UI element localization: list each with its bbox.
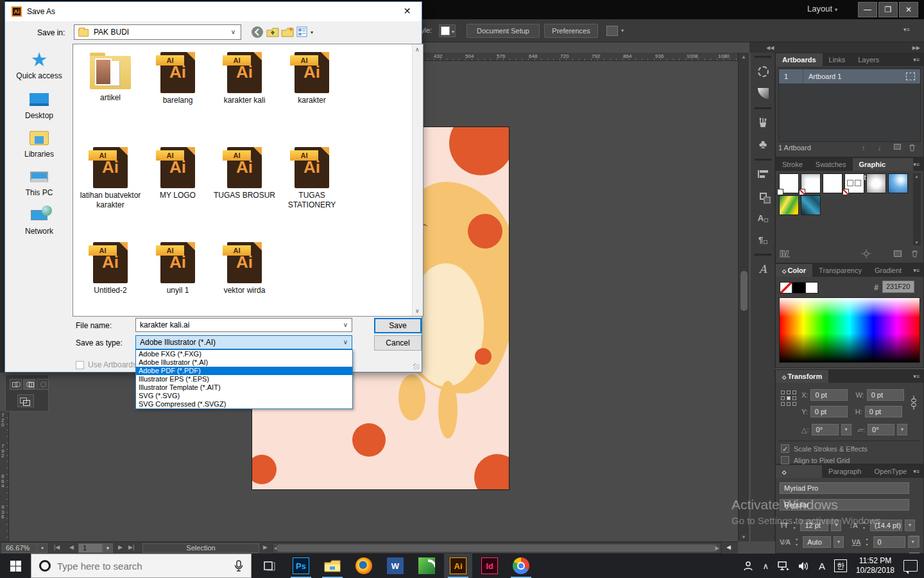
graphic-style-blur[interactable]	[866, 173, 886, 193]
new-style-icon[interactable]	[894, 250, 902, 257]
dock-grip[interactable]	[755, 254, 771, 256]
status-mode-field[interactable]: Selection	[142, 543, 259, 553]
graphic-style-teal-pattern[interactable]	[801, 195, 821, 215]
dialog-titlebar[interactable]: Ai Save As ✕	[5, 2, 422, 21]
file-name-combobox[interactable]: karakter kali.ai∨	[135, 318, 352, 332]
align-panel-icon[interactable]	[751, 163, 775, 185]
gradient-panel-icon[interactable]	[751, 82, 775, 104]
move-up-icon[interactable]: ↑	[862, 144, 866, 152]
workspace-switcher[interactable]: Layout ▾	[807, 4, 837, 13]
h-field[interactable]: 0 pt	[865, 406, 902, 417]
minimize-button[interactable]: —	[858, 2, 877, 17]
panel-menu-icon[interactable]: ▾≡	[913, 370, 923, 383]
place-this-pc[interactable]: This PC	[6, 167, 73, 197]
scroll-down-icon[interactable]: ▼	[914, 240, 919, 245]
leading-stepper[interactable]: ▴▾	[860, 520, 868, 531]
artboard-number-dropdown[interactable]: ▾	[103, 543, 113, 553]
panel-collapse-bar[interactable]: ◀◀ ▶▶	[749, 42, 924, 53]
cancel-button[interactable]: Cancel	[374, 335, 422, 351]
panel-menu-icon[interactable]: ▾≡	[913, 264, 923, 277]
chevron-down-icon[interactable]: ▾	[311, 30, 313, 35]
ime-language-icon[interactable]: 한	[834, 559, 847, 572]
scroll-down-icon[interactable]: ∨	[415, 308, 420, 314]
file-type-option[interactable]: SVG (*.SVG)	[136, 392, 352, 400]
tab-layers[interactable]: Layers	[851, 53, 886, 66]
leading-dropdown[interactable]: ▾	[905, 520, 915, 531]
taskbar-clock[interactable]: 11:52 PM 10/28/2018	[856, 556, 894, 575]
black-swatch[interactable]	[792, 282, 805, 293]
pathfinder-panel-icon[interactable]	[751, 185, 775, 207]
document-setup-button[interactable]: Document Setup	[466, 24, 540, 38]
place-libraries[interactable]: Libraries	[6, 128, 73, 159]
use-artboards-checkbox[interactable]	[76, 361, 84, 369]
use-artboards-option[interactable]: Use Artboards	[76, 360, 137, 369]
shear-dropdown[interactable]: ▾	[897, 424, 907, 435]
first-page-button[interactable]: |◀	[54, 544, 60, 550]
graphic-style-shadow[interactable]	[801, 173, 821, 193]
tab-character[interactable]: ◇ Character	[776, 465, 822, 478]
delete-style-icon[interactable]	[911, 250, 918, 258]
place-quick-access[interactable]: ★ Quick access	[6, 50, 73, 80]
kerning-field[interactable]: Auto	[803, 536, 831, 548]
dock-grip[interactable]	[755, 56, 771, 58]
collapse-left-icon[interactable]: ◀◀	[766, 45, 774, 51]
artboard-row[interactable]: 1 Artboard 1	[779, 69, 920, 83]
file-tile[interactable]: AIAi TUGAS STATIONERY	[279, 147, 345, 210]
dock-grip[interactable]	[755, 159, 771, 161]
artboard-icon[interactable]	[906, 73, 915, 80]
file-type-option[interactable]: Illustrator Template (*.AIT)	[136, 383, 352, 392]
file-tile[interactable]: AIAi karakter	[279, 52, 345, 105]
zoom-level-field[interactable]: 66.67%	[2, 543, 37, 553]
move-down-icon[interactable]: ↓	[878, 144, 882, 152]
status-expand-button[interactable]: ▶	[263, 544, 268, 550]
search-input[interactable]	[57, 561, 218, 572]
dialog-close-icon[interactable]: ✕	[393, 2, 422, 21]
canvas-horizontal-scrollbar[interactable]: ◀ ▶	[272, 543, 721, 554]
leading-field[interactable]: (14.4 pt)	[870, 520, 902, 531]
kerning-stepper[interactable]: ▴▾	[793, 536, 800, 548]
new-artboard-icon[interactable]	[894, 144, 901, 150]
artboard-number-field[interactable]: 1	[78, 543, 103, 553]
font-style-field[interactable]: Regular	[780, 499, 909, 511]
tracking-dropdown[interactable]: ▾	[908, 536, 918, 548]
file-tile[interactable]: AIAi TUGAS BROSUR	[212, 147, 277, 200]
taskbar-indesign[interactable]: Id	[475, 554, 504, 578]
show-hidden-icons[interactable]: ∧	[762, 561, 769, 571]
file-tile[interactable]: AIAi karakter kali	[212, 52, 277, 105]
scroll-up-icon[interactable]: ∧	[415, 46, 420, 53]
canvas-vertical-scrollbar[interactable]: ▲ ▼	[738, 53, 749, 541]
save-in-combobox[interactable]: PAK BUDI ∨	[74, 24, 241, 40]
file-list-scrollbar[interactable]: ∧ ∨	[412, 44, 423, 316]
size-stepper[interactable]: ▴▾	[791, 520, 798, 531]
taskbar-word[interactable]: W	[381, 554, 409, 578]
paragraph-styles-panel-icon[interactable]: ¶	[751, 229, 775, 250]
symbols-panel-icon[interactable]	[751, 60, 775, 82]
taskbar-green-app[interactable]	[413, 554, 441, 578]
file-type-option-selected[interactable]: Adobe PDF (*.PDF)	[136, 367, 352, 375]
tracking-field[interactable]: 0	[873, 536, 905, 548]
zoom-dropdown-button[interactable]: ▾	[37, 543, 47, 553]
tab-color[interactable]: ◇ Color	[776, 264, 812, 277]
tab-artboards[interactable]: Artboards	[776, 53, 823, 66]
y-field[interactable]: 0 pt	[810, 406, 848, 417]
none-color-swatch[interactable]	[780, 282, 792, 293]
file-type-option[interactable]: SVG Compressed (*.SVGZ)	[136, 400, 352, 408]
taskbar-photoshop[interactable]: Ps	[287, 554, 315, 578]
symbol-libraries-panel-icon[interactable]: ♣	[751, 134, 775, 155]
glyphs-panel-icon[interactable]: A	[751, 258, 775, 280]
up-one-level-icon[interactable]	[266, 26, 279, 39]
style-swatch-dropdown[interactable]: ▾	[439, 24, 456, 37]
dialog-resize-grip[interactable]	[413, 363, 420, 370]
graphic-style-green-swirl[interactable]	[779, 195, 799, 215]
view-menu-icon[interactable]	[296, 26, 309, 39]
taskbar-firefox[interactable]	[350, 554, 378, 578]
panel-menu-icon[interactable]: ▾≡	[913, 53, 923, 66]
dock-grip[interactable]	[755, 107, 771, 109]
style-libraries-icon[interactable]	[780, 249, 790, 258]
tab-transform[interactable]: ◇ Transform	[776, 370, 828, 383]
file-tile[interactable]: AIAi Untitled-2	[78, 242, 143, 295]
file-tile[interactable]: AIAi vektor wirda	[212, 242, 277, 295]
file-tile[interactable]: artikel	[78, 52, 143, 103]
collapse-right-icon[interactable]: ▶▶	[912, 45, 920, 51]
scroll-right-icon[interactable]: ▶	[715, 545, 719, 551]
